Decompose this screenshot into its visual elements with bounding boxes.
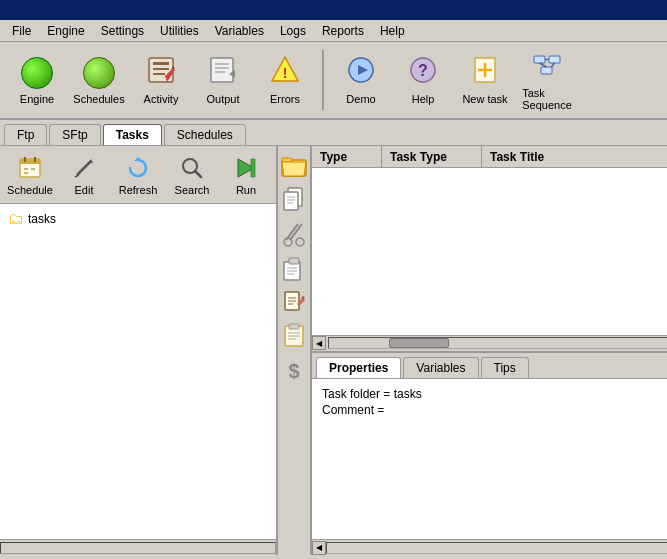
left-panel: ScheduleEditRefreshSearchRun 🗂tasks [0, 146, 278, 555]
side-icon-folder-open[interactable] [278, 150, 310, 182]
side-icon-dollar[interactable]: $ [278, 354, 310, 386]
props-line: Comment = [322, 403, 667, 417]
props-scroll-left[interactable]: ◀ [312, 541, 326, 555]
svg-rect-27 [20, 159, 40, 164]
sub-btn-search[interactable]: Search [166, 150, 218, 200]
main-area: ScheduleEditRefreshSearchRun 🗂tasks $ Ty… [0, 146, 667, 555]
right-bottom-scroll[interactable]: ◀ ▶ [312, 539, 667, 555]
menu-item-settings[interactable]: Settings [93, 22, 152, 40]
side-icon-paste[interactable] [278, 252, 310, 284]
menu-item-logs[interactable]: Logs [272, 22, 314, 40]
new-task-icon [467, 55, 503, 91]
menu-item-reports[interactable]: Reports [314, 22, 372, 40]
svg-rect-21 [549, 56, 560, 63]
scroll-left-arrow[interactable]: ◀ [312, 336, 326, 350]
toolbar-btn-errors[interactable]: !Errors [256, 46, 314, 114]
toolbar-btn-demo[interactable]: Demo [332, 46, 390, 114]
tab-schedules[interactable]: Schedules [164, 124, 246, 145]
props-tab-variables[interactable]: Variables [403, 357, 478, 378]
props-tab-properties[interactable]: Properties [316, 357, 401, 378]
svg-text:$: $ [288, 360, 299, 382]
svg-rect-22 [541, 67, 552, 74]
props-tab-tips[interactable]: Tips [481, 357, 529, 378]
toolbar-label-activity: Activity [144, 93, 179, 105]
side-icon-bar: $ [278, 146, 312, 555]
svg-rect-54 [289, 258, 299, 264]
engine-icon [19, 55, 55, 91]
menu-item-variables[interactable]: Variables [207, 22, 272, 40]
svg-line-25 [552, 63, 555, 67]
right-bottom: PropertiesVariablesTips Task folder = ta… [312, 351, 667, 556]
col-header-task-title: Task Title [482, 146, 667, 167]
sub-icon-run [232, 154, 260, 182]
sub-btn-refresh[interactable]: Refresh [112, 150, 164, 200]
svg-line-24 [540, 63, 547, 67]
side-icon-cut[interactable] [278, 218, 310, 250]
side-icon-edit2[interactable] [278, 286, 310, 318]
svg-text:?: ? [418, 62, 428, 79]
sub-label-edit: Edit [75, 184, 94, 196]
right-hscroll[interactable]: ◀ ▶ [312, 335, 667, 351]
menu-item-help[interactable]: Help [372, 22, 413, 40]
svg-line-35 [75, 175, 79, 177]
toolbar: EngineSchedulesActivityOutput!ErrorsDemo… [0, 42, 667, 120]
svg-rect-2 [153, 68, 169, 70]
errors-icon: ! [267, 55, 303, 91]
menu-item-file[interactable]: File [4, 22, 39, 40]
toolbar-label-schedules: Schedules [73, 93, 124, 105]
props-line: Task folder = tasks [322, 387, 667, 401]
menu-item-utilities[interactable]: Utilities [152, 22, 207, 40]
side-icon-task-icon[interactable] [278, 320, 310, 352]
svg-line-38 [195, 171, 201, 177]
toolbar-btn-new-task[interactable]: New task [456, 46, 514, 114]
tabs-row: FtpSFtpTasksSchedules [0, 120, 667, 146]
menu-item-engine[interactable]: Engine [39, 22, 92, 40]
svg-rect-65 [289, 324, 299, 329]
toolbar-btn-engine[interactable]: Engine [8, 46, 66, 114]
svg-text:!: ! [283, 65, 288, 81]
menu-bar: FileEngineSettingsUtilitiesVariablesLogs… [0, 20, 667, 42]
svg-marker-40 [251, 159, 255, 177]
left-hscroll[interactable] [0, 539, 276, 555]
sub-icon-refresh [124, 154, 152, 182]
demo-icon [343, 55, 379, 91]
toolbar-btn-schedules[interactable]: Schedules [70, 46, 128, 114]
toolbar-label-output: Output [206, 93, 239, 105]
sub-label-search: Search [175, 184, 210, 196]
svg-rect-6 [211, 58, 233, 82]
right-top: TypeTask TypeTask TitleComment ◀ ▶ [312, 146, 667, 351]
tab-sftp[interactable]: SFtp [49, 124, 100, 145]
svg-rect-3 [153, 73, 165, 75]
task-sequence-icon [529, 49, 565, 85]
tree-item-tasks[interactable]: 🗂tasks [4, 208, 272, 230]
tree-item-label: tasks [28, 212, 56, 226]
svg-marker-36 [134, 157, 142, 161]
sub-label-refresh: Refresh [119, 184, 158, 196]
tab-ftp[interactable]: Ftp [4, 124, 47, 145]
svg-line-33 [77, 161, 91, 175]
sub-btn-run[interactable]: Run [220, 150, 272, 200]
toolbar-btn-output[interactable]: Output [194, 46, 252, 114]
side-icon-copy[interactable] [278, 184, 310, 216]
toolbar-label-help: Help [412, 93, 435, 105]
sub-icon-search [178, 154, 206, 182]
toolbar-label-demo: Demo [346, 93, 375, 105]
svg-rect-42 [282, 158, 292, 162]
props-tabs-row: PropertiesVariablesTips [312, 351, 667, 379]
toolbar-label-errors: Errors [270, 93, 300, 105]
help-icon: ? [405, 55, 441, 91]
props-content: Task folder = tasksComment = [312, 379, 667, 540]
tab-tasks[interactable]: Tasks [103, 124, 162, 145]
sub-label-schedule: Schedule [7, 184, 53, 196]
sub-btn-schedule[interactable]: Schedule [4, 150, 56, 200]
sub-btn-edit[interactable]: Edit [58, 150, 110, 200]
table-content[interactable] [312, 168, 667, 335]
tree-folder-icon: 🗂 [8, 210, 24, 228]
hscroll-thumb[interactable] [389, 338, 449, 348]
activity-icon [143, 55, 179, 91]
table-header: TypeTask TypeTask TitleComment [312, 146, 667, 168]
toolbar-btn-activity[interactable]: Activity [132, 46, 190, 114]
toolbar-btn-task-sequence[interactable]: Task Sequence [518, 46, 576, 114]
toolbar-btn-help[interactable]: ?Help [394, 46, 452, 114]
tree-area[interactable]: 🗂tasks [0, 204, 276, 539]
